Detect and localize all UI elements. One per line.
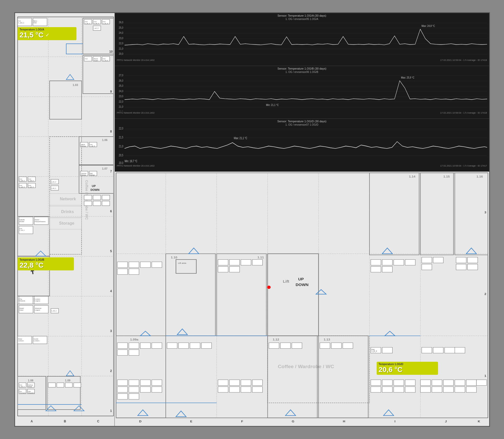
svg-text:1.06: 1.06 <box>102 138 107 141</box>
chart-2-footer: PRTG Network Monitor 20.4.64.1402 17.02.… <box>117 112 487 114</box>
svg-rect-317 <box>252 259 262 265</box>
svg-text:Zobel: Zobel <box>19 309 23 311</box>
svg-text:Lift area: Lift area <box>178 262 186 264</box>
svg-text:UP: UP <box>92 184 96 188</box>
svg-text:1.15: 1.15 <box>443 175 450 178</box>
temp-badge-a[interactable]: Temperature 1.OG/A 21,5 °C ✓ <box>18 27 76 40</box>
svg-rect-334 <box>218 387 228 392</box>
svg-text:1.03: 1.03 <box>73 83 78 86</box>
temp-badge-b-value: 22,8 °C <box>20 261 44 269</box>
svg-text:21,0: 21,0 <box>119 145 123 148</box>
svg-rect-283 <box>422 257 432 263</box>
svg-text:1_b3_1: 1_b3_1 <box>51 310 57 312</box>
svg-rect-305 <box>443 387 453 392</box>
svg-text:1_a5_3: 1_a5_3 <box>19 186 25 188</box>
svg-text:J: J <box>445 420 447 423</box>
svg-rect-310 <box>140 262 150 268</box>
svg-text:DOWN: DOWN <box>91 188 99 191</box>
chart-2-subtitle: 1. OG / envsensor06 1.OG/B <box>117 71 487 73</box>
svg-rect-316 <box>241 259 251 265</box>
svg-rect-104 <box>84 195 92 200</box>
svg-rect-277 <box>382 347 392 353</box>
svg-text:Coffee / Wardrobe / WC: Coffee / Wardrobe / WC <box>85 180 89 220</box>
svg-text:C: C <box>97 420 99 423</box>
floor-plan-svg-left: 1.01 Fml 1_a1_1 Fml 1_a1_2 Fml 1_a1_3 l_… <box>15 13 115 426</box>
svg-text:Dieter: Dieter <box>18 338 22 340</box>
svg-rect-303 <box>420 387 431 392</box>
svg-text:26,0: 26,0 <box>119 21 123 24</box>
svg-text:1.13: 1.13 <box>323 338 330 341</box>
svg-text:Network: Network <box>60 197 76 201</box>
svg-text:E: E <box>190 420 192 423</box>
svg-text:Lift: Lift <box>283 279 289 283</box>
chart-2-title: Sensor: Temperature 1.OG/B (30 days) <box>117 67 487 70</box>
svg-rect-341 <box>405 380 415 386</box>
svg-rect-284 <box>433 257 443 263</box>
svg-text:22,0: 22,0 <box>119 100 123 103</box>
svg-text:25,0: 25,0 <box>119 84 123 87</box>
chart-3-footer-right: 17.02.2021 10:59:04 - 1 h Average - ID 1… <box>440 164 487 167</box>
svg-rect-335 <box>229 387 240 392</box>
svg-rect-107 <box>84 201 92 206</box>
svg-rect-231 <box>152 343 162 349</box>
svg-rect-321 <box>129 380 139 386</box>
svg-text:1.09a: 1.09a <box>130 338 138 341</box>
svg-text:3: 3 <box>110 329 112 333</box>
svg-rect-297 <box>420 380 431 386</box>
svg-rect-322 <box>140 380 150 386</box>
svg-rect-141 <box>48 383 55 387</box>
svg-rect-242 <box>167 343 177 349</box>
svg-text:Lingens: Lingens <box>35 300 40 302</box>
svg-rect-323 <box>152 380 162 386</box>
svg-text:Richter: Richter <box>19 221 24 222</box>
svg-rect-332 <box>241 380 251 386</box>
svg-rect-271 <box>394 259 404 265</box>
svg-text:1_a1_2: 1_a1_2 <box>94 23 99 24</box>
chart-3-area: 22,0 21,5 21,0 20,5 20,0 Max: 21,1 °C Mi… <box>117 126 487 164</box>
svg-rect-308 <box>117 262 127 268</box>
chart-1-title: Sensor: Temperature 1.OG/A (30 days) <box>117 14 487 17</box>
svg-rect-342 <box>371 387 381 392</box>
svg-text:UP: UP <box>298 277 304 281</box>
temp-badge-b[interactable]: Temperature 1.OG/B 22,8 °C <box>18 257 74 270</box>
svg-text:K: K <box>478 420 480 423</box>
svg-rect-301 <box>466 380 476 386</box>
svg-text:21,0: 21,0 <box>119 105 123 108</box>
floor-plan-right: 1.09a 1.10 Lift area <box>115 172 489 426</box>
svg-text:1.12: 1.12 <box>273 338 279 341</box>
svg-rect-232 <box>117 350 127 356</box>
svg-text:Wamas: Wamas <box>81 145 86 147</box>
svg-text:20,0: 20,0 <box>119 161 123 164</box>
svg-text:21,0: 21,0 <box>119 47 123 50</box>
svg-rect-273 <box>371 266 381 272</box>
svg-text:Fml: Fml <box>18 20 21 22</box>
svg-text:1.07: 1.07 <box>102 167 107 170</box>
svg-text:1_a4_1: 1_a4_1 <box>19 229 25 231</box>
svg-text:7: 7 <box>110 170 112 173</box>
svg-text:6: 6 <box>110 210 112 213</box>
svg-rect-312 <box>117 269 127 275</box>
svg-text:Rathge: Rathge <box>90 174 95 176</box>
svg-text:1.10: 1.10 <box>171 256 177 259</box>
svg-text:Rangl: Rangl <box>28 386 32 387</box>
chart-2-footer-left: PRTG Network Monitor 20.4.64.1402 <box>117 112 155 114</box>
svg-text:Storage: Storage <box>59 221 74 225</box>
chart-1-footer-right: 17.02.2021 10:59:04 - 1 h Average - ID 1… <box>440 59 487 61</box>
svg-text:1_a5_1: 1_a5_1 <box>19 180 25 181</box>
svg-text:F: F <box>241 420 243 423</box>
temp-badge-d[interactable]: Temperature 1.OG/D 20,6 °C <box>377 362 438 375</box>
svg-text:Lanham: Lanham <box>18 340 24 342</box>
svg-text:1_a5_2: 1_a5_2 <box>28 180 34 181</box>
svg-text:24,0: 24,0 <box>119 31 123 35</box>
svg-rect-333 <box>252 380 262 386</box>
svg-rect-336 <box>241 387 251 392</box>
svg-point-250 <box>267 286 271 289</box>
svg-text:Fml: Fml <box>103 58 105 60</box>
temp-badge-b-title: Temperature 1.OG/B <box>20 258 72 261</box>
temp-badge-d-title: Temperature 1.OG/D <box>379 363 436 366</box>
svg-rect-325 <box>129 387 139 392</box>
svg-rect-274 <box>382 266 392 272</box>
right-section: Sensor: Temperature 1.OG/A (30 days) 1. … <box>115 13 489 426</box>
svg-text:22,0: 22,0 <box>119 127 123 130</box>
svg-rect-314 <box>218 259 228 265</box>
